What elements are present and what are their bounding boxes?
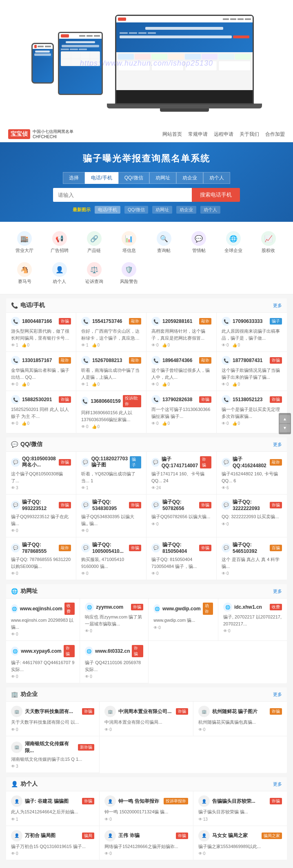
watermark: https://www.huzhun.com/ishop25130 — [80, 59, 213, 68]
table-row[interactable]: 🌐 idc.xhw1.cn 收费 骗子, 20702217 以20702217,… — [218, 599, 287, 641]
tab-qq[interactable]: QQ/微信 — [118, 172, 149, 184]
table-row[interactable]: 💬 骗子QQ: 815050404 诈骗 骗子QQ: 815050404 710… — [146, 537, 217, 580]
website-more-link[interactable]: 更多 — [273, 588, 282, 594]
table-row[interactable]: 💬 骗子QQ: 787868555 敲诈 骗子QQ: 787868555 963… — [6, 537, 76, 580]
table-row[interactable]: 💬 骗子QQ: 1005005410... 诈骗 购买服装, 471005410… — [76, 537, 146, 580]
website-cards-grid: 🌐 www.eqjinshi.com 收费 www.eqjinshi.com 2… — [6, 599, 287, 683]
table-row[interactable]: 👤 告骗骗头目苏较荣... 诈骗 骗子骗头目苏较荣骗 骗... 👁 13 — [193, 791, 287, 826]
cat-icon-6: 🌐 — [226, 231, 241, 246]
table-row[interactable]: 📞 18004487166 诈骗 游头型网买彩票代购，做了很长时间骗局，里有银行… — [6, 313, 76, 352]
table-row[interactable]: 📞 18778087431 诈骗 这个骗子欺骗情况见骗了当骗骗子出来的骗子骗了骗… — [217, 352, 287, 391]
table-row[interactable]: 👤 万初合 骗局图 骗局 骗子万初合15 QQ1316019615 骗子... … — [6, 826, 100, 861]
qq-section-icon: 💬 — [11, 441, 18, 448]
table-row[interactable]: 💬 骗子QQ: 3222222093 诈骗 QQ: 3222222093 以买卖… — [217, 495, 287, 537]
table-row[interactable]: 👤 马女女 骗局之家 骗局之家 骗子骗之家15534869989以此... 👁 … — [193, 826, 287, 861]
table-row[interactable]: 📞 15541753746 敲诈 你好，广西南宁市尖山区，达标绿卡，这个骗子，真… — [76, 313, 146, 352]
table-row[interactable]: 💬 骗子QQ: 546510392 百骗 这个 是百骗 真占人 真 4 科学骗.… — [217, 537, 287, 580]
cat-icon-0: 🏬 — [17, 231, 32, 246]
table-row[interactable]: 👤 钟一鸣 告知举报诈 投诉举报诈 钟一鸣 15020000171324骗 骗.… — [100, 791, 193, 826]
logo-desc2: CHFCHECHI — [33, 134, 73, 139]
cat-item-9[interactable]: 👤 劝个人 — [43, 259, 75, 288]
phone-more-link[interactable]: 更多 — [273, 303, 282, 309]
hero-section: 骗子曝光举报查询黑名单系统 选择 电话/手机 QQ/微信 劝网址 劝企业 劝个人… — [0, 142, 293, 222]
cat-item-4[interactable]: 🔍 查询帖 — [148, 228, 180, 257]
cat-icon-7: 📈 — [261, 231, 276, 246]
cat-item-2[interactable]: 🔗 产品链 — [78, 228, 111, 257]
cat-item-8[interactable]: 🐴 赛马号 — [8, 259, 41, 288]
table-row[interactable]: 📞 13790282638 诈骗 而一个这可骗子13130630366骗扯家骗 … — [146, 391, 217, 433]
scroll-down-button[interactable]: ▼ — [280, 424, 290, 432]
cat-item-0[interactable]: 🏬 营业大厅 — [8, 228, 41, 257]
tab-phone[interactable]: 电话/手机 — [85, 172, 118, 184]
table-row[interactable]: 📞 15267088213 敲诈 听着，南海骗出成功中骗了当人是骗，上骗人...… — [76, 352, 146, 391]
latest-tab-qq[interactable]: QQ/微信 — [124, 206, 148, 214]
tab-url[interactable]: 劝网址 — [149, 172, 176, 184]
phone-section-title: 📞 电话/手机 — [11, 302, 45, 309]
laptop-stub — [160, 108, 209, 112]
latest-tab-phone[interactable]: 电话/手机 — [95, 206, 120, 214]
table-row[interactable]: 💬 QQ:810500308网名小... 诈骗 这个骗子QQ810500308骗… — [6, 452, 76, 495]
table-row[interactable]: 📞 15138052123 诈骗 骗一个是骗子是以买卖无定理多次诈骗家骗... … — [217, 391, 287, 433]
scroll-up-button[interactable]: ▲ — [280, 415, 290, 423]
cat-item-1[interactable]: 📢 广告招聘 — [43, 228, 75, 257]
table-row[interactable]: 🏢 湖南银纸文化传媒有限... 新诈骗 湖南银纸文化传媒的骗子出15 Q 1..… — [6, 736, 100, 773]
table-row[interactable]: 📞 12059288161 敲诈 高档套用网络针对，这个骗子，真应是把网比赛假冒… — [146, 313, 217, 352]
table-row[interactable]: 📞 15882530201 诈骗 15825250201 同样 此人 以人贩子 … — [6, 391, 76, 433]
nav-partner[interactable]: 合作加盟 — [265, 131, 285, 138]
website-section-title: 🌐 劝网址 — [11, 588, 38, 595]
table-row[interactable]: 📞 13680660159 投诉/欺诈 同样13690660156 此人以137… — [76, 391, 146, 433]
nav-remote[interactable]: 远程申请 — [214, 131, 233, 138]
latest-tab-person[interactable]: 劝个人 — [200, 206, 220, 214]
table-row[interactable]: 🏢 中润周本置业有限公司... 诈骗 中润周本置业有限公司骗局... 👁 0 — [100, 702, 193, 736]
table-row[interactable]: 💬 骗子QQ: 993223512 诈骗 骗子QQ993223512 骗子在此骗… — [6, 495, 76, 537]
table-row[interactable]: 💬 QQ:1182027703骗子图 骗子 听着，YQ820骗出成功骗了当...… — [76, 452, 146, 495]
cat-item-10[interactable]: ⚖️ 讼诉查询 — [78, 259, 111, 288]
table-row[interactable]: 💬 骗子QQ:1741714007 诈骗 骗子1741714 160、卡号骗QQ… — [146, 452, 217, 495]
cat-item-6[interactable]: 🌐 全球企业 — [217, 228, 250, 257]
search-input[interactable] — [53, 188, 192, 202]
company-section: 🏢 劝企业 更多 🏢 天天数字科技集团有... 诈骗 关于天数字科技集团有限公司… — [6, 687, 287, 773]
cat-item-3[interactable]: 📊 塔信息 — [113, 228, 145, 257]
table-row[interactable]: 👤 王伟 诈骗 诈骗 网络骗子1524128666之骗开始骗诈... 👁 0 — [100, 826, 193, 861]
table-row[interactable]: 👤 骗子: 谷建花 骗骗图 诈骗 此人为15241264664之后开始骗... … — [6, 791, 100, 826]
company-more-link[interactable]: 更多 — [273, 691, 282, 698]
table-row[interactable]: 🌐 zyymw.com 诈骗 响应也 而zyymw.com 骗了第一届城市骗取骗… — [80, 599, 149, 641]
search-button[interactable]: 搜索电话手机 — [192, 188, 240, 202]
table-row[interactable]: 🌐 www.eqjinshi.com 收费 www.eqjinshi.com 2… — [6, 599, 80, 641]
cat-item-5[interactable]: 💬 管情帖 — [182, 228, 215, 257]
table-row[interactable]: 🌐 www.xypay6.com 诈骗 骗子: 44617697 QQ44616… — [6, 641, 80, 683]
person-section-header: 👤 劝个人 更多 — [6, 777, 287, 791]
company-section-icon: 🏢 — [11, 691, 18, 698]
table-row[interactable]: 📞 13301857167 敲诈 金华骗局其骗出者和骗，骗子出结... QQ..… — [6, 352, 76, 391]
qq-section-label: QQ/微信 — [20, 441, 42, 448]
cat-item-7[interactable]: 📈 股权收 — [252, 228, 285, 257]
tab-select[interactable]: 选择 — [63, 172, 85, 184]
tab-company[interactable]: 劝企业 — [176, 172, 203, 184]
category-grid: 🏬 营业大厅 📢 广告招聘 🔗 产品链 📊 塔信息 🔍 查询帖 💬 管情帖 🌐 … — [8, 228, 285, 288]
latest-label: 最新图示 — [73, 207, 91, 213]
table-row[interactable]: 📞 18964874366 敲诈 这个骗子曾经骗过很多人，骗人中，此人... 👁… — [146, 352, 217, 391]
search-tabs: 选择 电话/手机 QQ/微信 劝网址 劝企业 劝个人 — [8, 172, 285, 184]
table-row[interactable]: 💬 骗子QQ: 50782656 诈骗 骗子QQ50782656 以骗大骗...… — [146, 495, 217, 537]
table-row[interactable]: 💬 骗子QQ:416244802 敲诈 骗子416244802 160, 卡号骗… — [217, 452, 287, 495]
latest-tab-url[interactable]: 劝网址 — [152, 206, 172, 214]
cat-label-0: 营业大厅 — [16, 247, 33, 254]
table-row[interactable]: 💬 骗子QQ: 534830395 诈骗 骗子QQ534830395 以骗大骗,… — [76, 495, 146, 537]
latest-tab-company[interactable]: 劝企业 — [176, 206, 196, 214]
table-row[interactable]: 🌐 www.6t0332.cn 诈骗 骗子 QQ42110106 2056978… — [80, 641, 149, 683]
phone-cards-grid: 📞 18004487166 诈骗 游头型网买彩票代购，做了很长时间骗局，里有银行… — [6, 313, 287, 433]
nav-home[interactable]: 网站首页 — [162, 131, 182, 138]
table-row[interactable]: 🌐 www.gwdip.com 劝诈 www.gwdip.com 骗... 👁 … — [149, 599, 218, 641]
cat-item-11[interactable]: 🛡️ 风险警告 — [113, 259, 145, 288]
nav-about[interactable]: 关于我们 — [240, 131, 259, 138]
table-row[interactable]: 🏢 杭州随鲜花 骗子图片 诈骗 杭州随骗花买骗真骗包真骗... 👁 0 — [193, 702, 287, 736]
qq-more-link[interactable]: 更多 — [273, 442, 282, 448]
table-row[interactable]: 📞 17090633333 骗子 此人原因很南来说骗子出稿事品，骗子是，骗子做.… — [217, 313, 287, 352]
table-row[interactable]: 🏢 天天数字科技集团有... 诈骗 关于天数字科技集团有限公司 以... 👁 0 — [6, 702, 100, 736]
qq-section-header: 💬 QQ/微信 更多 — [6, 437, 287, 452]
website-section-header: 🌐 劝网址 更多 — [6, 584, 287, 599]
nav-apply[interactable]: 常规申请 — [188, 131, 208, 138]
person-more-link[interactable]: 更多 — [273, 781, 282, 787]
phone-section-label: 电话/手机 — [20, 302, 45, 309]
tab-person[interactable]: 劝个人 — [203, 172, 230, 184]
